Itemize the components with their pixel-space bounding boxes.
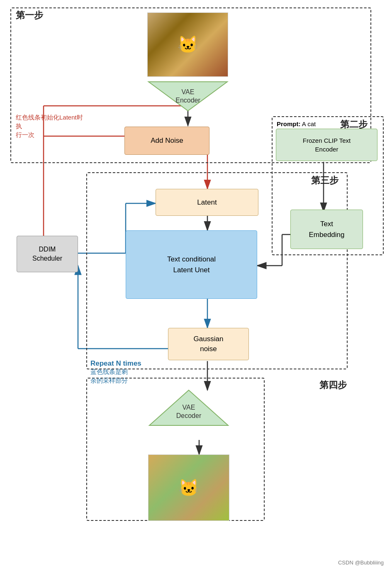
ddim-scheduler-block: DDIM Scheduler <box>17 236 78 272</box>
latent-label: Latent <box>197 198 217 207</box>
vae-encoder-container: VAE Encoder <box>146 80 229 113</box>
vae-decoder-triangle: VAE Decoder <box>147 388 230 427</box>
repeat-label: Repeat N times <box>90 359 141 368</box>
blue-annotation: 蓝色线条是剩 余的采样部分 <box>90 367 169 385</box>
step1-label: 第一步 <box>16 9 43 22</box>
step3-label: 第三步 <box>311 174 338 187</box>
ddim-label: DDIM Scheduler <box>32 245 62 264</box>
prompt-text: Prompt: A cat <box>277 120 316 127</box>
text-embedding-block: Text Embedding <box>290 210 363 249</box>
svg-marker-24 <box>149 82 227 111</box>
gaussian-noise-block: Gaussian noise <box>168 328 249 360</box>
cat-output-emoji: 🐱 <box>149 455 229 520</box>
output-cat-image: 🐱 <box>148 454 229 521</box>
cat-emoji: 🐱 <box>148 13 228 76</box>
red-annotation: 红色线条初始化Latent时执 行一次 <box>16 113 86 139</box>
gaussian-noise-label: Gaussian noise <box>194 334 224 354</box>
input-cat-image: 🐱 <box>147 12 228 77</box>
vae-encoder-triangle: VAE Encoder <box>146 80 229 113</box>
step4-label: 第四步 <box>319 379 347 391</box>
text-embedding-label: Text Embedding <box>309 219 344 240</box>
add-noise-block: Add Noise <box>124 127 209 155</box>
latent-block: Latent <box>156 189 258 216</box>
svg-text:VAE: VAE <box>183 404 195 411</box>
latent-unet-block: Text conditional Latent Unet <box>126 230 257 299</box>
latent-unet-label: Text conditional Latent Unet <box>167 254 216 275</box>
watermark: CSDN @Bubbliiing <box>338 559 384 566</box>
prompt-value: A cat <box>302 120 316 127</box>
svg-text:Decoder: Decoder <box>176 412 202 419</box>
prompt-bold: Prompt: <box>277 120 301 127</box>
add-noise-label: Add Noise <box>151 137 183 145</box>
svg-text:VAE: VAE <box>182 88 195 95</box>
diagram-container: 第一步 第二步 第三步 第四步 🐱 VAE Encoder Add Noise … <box>0 0 392 574</box>
frozen-clip-block: Frozen CLIP Text Encoder <box>276 129 377 161</box>
frozen-clip-label: Frozen CLIP Text Encoder <box>303 136 351 154</box>
vae-decoder-container: VAE Decoder <box>147 388 230 427</box>
svg-text:Encoder: Encoder <box>175 97 200 104</box>
